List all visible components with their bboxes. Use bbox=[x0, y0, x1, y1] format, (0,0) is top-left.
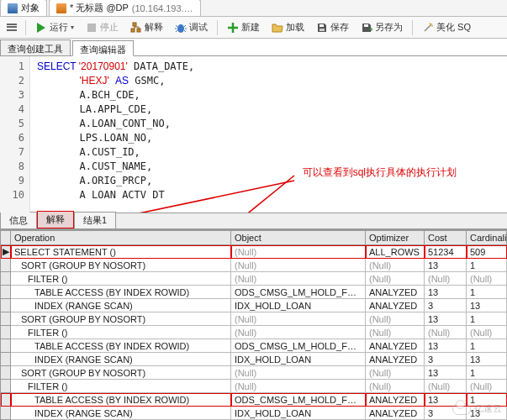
table-row[interactable]: FILTER ()(Null)(Null)(Null)(Null) bbox=[1, 380, 507, 393]
table-row[interactable]: SORT (GROUP BY NOSORT)(Null)(Null)131 bbox=[1, 366, 507, 380]
sql-editor[interactable]: 12345678910 SELECT '20170901' DATA_DATE,… bbox=[0, 56, 507, 213]
watermark: 亿速云 bbox=[452, 402, 502, 415]
col-cardinality[interactable]: Cardinali bbox=[467, 231, 507, 245]
table-row[interactable]: ▶SELECT STATEMENT ()(Null)ALL_ROWS512345… bbox=[1, 245, 507, 259]
cloud-icon bbox=[452, 403, 471, 415]
dropdown-caret-icon: ▾ bbox=[71, 24, 74, 31]
col-object[interactable]: Object bbox=[231, 231, 366, 245]
svg-rect-3 bbox=[137, 29, 140, 32]
file-tab-bar: 对象 * 无标题 @DP (10.164.193.… bbox=[0, 0, 507, 17]
folder-open-icon bbox=[272, 22, 283, 34]
wand-icon bbox=[422, 22, 434, 34]
explain-icon bbox=[130, 22, 142, 34]
debug-button[interactable]: 调试 bbox=[172, 20, 210, 34]
explain-button[interactable]: 解释 bbox=[128, 20, 166, 34]
tab-untitled-label: * 无标题 @DP bbox=[70, 2, 129, 14]
code-area[interactable]: SELECT '20170901' DATA_DATE, 'HEXJ' AS G… bbox=[30, 56, 507, 213]
editor-mode-tabs: 查询创建工具 查询编辑器 bbox=[0, 39, 507, 56]
floppy-alt-icon bbox=[361, 22, 372, 34]
annotation-text: 可以查看到sql执行具体的执行计划 bbox=[303, 165, 457, 180]
main-toolbar: 运行 ▾ 停止 解释 调试 新建 加载 保存 另存为 美化 SQ bbox=[0, 17, 507, 39]
plus-icon bbox=[227, 22, 239, 34]
table-row[interactable]: FILTER ()(Null)(Null)(Null)(Null) bbox=[1, 326, 507, 339]
bug-icon bbox=[175, 22, 187, 34]
tab-objects-label: 对象 bbox=[21, 2, 40, 14]
col-optimizer[interactable]: Optimizer bbox=[366, 231, 425, 245]
svg-rect-2 bbox=[131, 29, 135, 32]
new-button[interactable]: 新建 bbox=[224, 20, 262, 34]
table-row[interactable]: TABLE ACCESS (BY INDEX ROWID)ODS_CMSG_LM… bbox=[1, 286, 507, 299]
tab-untitled-sql[interactable]: * 无标题 @DP (10.164.193.… bbox=[49, 0, 201, 16]
beautify-button[interactable]: 美化 SQ bbox=[420, 20, 473, 34]
run-button[interactable]: 运行 ▾ bbox=[33, 20, 77, 34]
tab-untitled-host: (10.164.193.… bbox=[132, 3, 193, 13]
load-button[interactable]: 加载 bbox=[269, 20, 307, 34]
hamburger-icon[interactable] bbox=[5, 22, 18, 34]
tab-info[interactable]: 信息 bbox=[0, 212, 37, 228]
table-row[interactable]: SORT (GROUP BY NOSORT)(Null)(Null)131 bbox=[1, 259, 507, 272]
table-row[interactable]: INDEX (RANGE SCAN)IDX_HOLD_LOANANALYZED3… bbox=[1, 407, 507, 420]
svg-rect-6 bbox=[320, 29, 325, 31]
stop-button: 停止 bbox=[83, 20, 121, 34]
table-row[interactable]: INDEX (RANGE SCAN)IDX_HOLD_LOANANALYZED3… bbox=[1, 353, 507, 366]
tab-result-1[interactable]: 结果1 bbox=[74, 212, 116, 228]
save-as-button[interactable]: 另存为 bbox=[358, 20, 405, 34]
tab-query-builder[interactable]: 查询创建工具 bbox=[0, 39, 71, 55]
svg-rect-0 bbox=[87, 24, 96, 32]
tab-query-editor[interactable]: 查询编辑器 bbox=[72, 40, 134, 56]
sql-file-icon bbox=[56, 3, 66, 13]
floppy-icon bbox=[316, 22, 328, 34]
stop-icon bbox=[86, 22, 98, 34]
objects-icon bbox=[8, 3, 18, 13]
result-tabs: 信息 解释 结果1 bbox=[0, 213, 507, 229]
col-operation[interactable]: Operation bbox=[11, 231, 231, 245]
grid-header-row: Operation Object Optimizer Cost Cardinal… bbox=[1, 231, 507, 245]
explain-plan-grid[interactable]: Operation Object Optimizer Cost Cardinal… bbox=[0, 229, 507, 420]
save-button[interactable]: 保存 bbox=[314, 20, 351, 34]
tab-objects[interactable]: 对象 bbox=[0, 0, 47, 16]
play-icon bbox=[35, 22, 47, 34]
svg-rect-5 bbox=[320, 24, 324, 27]
table-row[interactable]: TABLE ACCESS (BY INDEX ROWID)ODS_CMSG_LM… bbox=[1, 393, 507, 407]
table-row[interactable]: INDEX (RANGE SCAN)IDX_HOLD_LOANANALYZED3… bbox=[1, 299, 507, 312]
svg-rect-1 bbox=[133, 23, 136, 26]
svg-rect-7 bbox=[364, 24, 368, 27]
line-number-gutter: 12345678910 bbox=[0, 56, 30, 213]
tab-explain[interactable]: 解释 bbox=[37, 211, 74, 228]
table-row[interactable]: TABLE ACCESS (BY INDEX ROWID)ODS_CMSG_LM… bbox=[1, 339, 507, 353]
table-row[interactable]: FILTER ()(Null)(Null)(Null)(Null) bbox=[1, 272, 507, 286]
col-cost[interactable]: Cost bbox=[425, 231, 467, 245]
svg-point-4 bbox=[177, 24, 184, 33]
table-row[interactable]: SORT (GROUP BY NOSORT)(Null)(Null)131 bbox=[1, 312, 507, 326]
